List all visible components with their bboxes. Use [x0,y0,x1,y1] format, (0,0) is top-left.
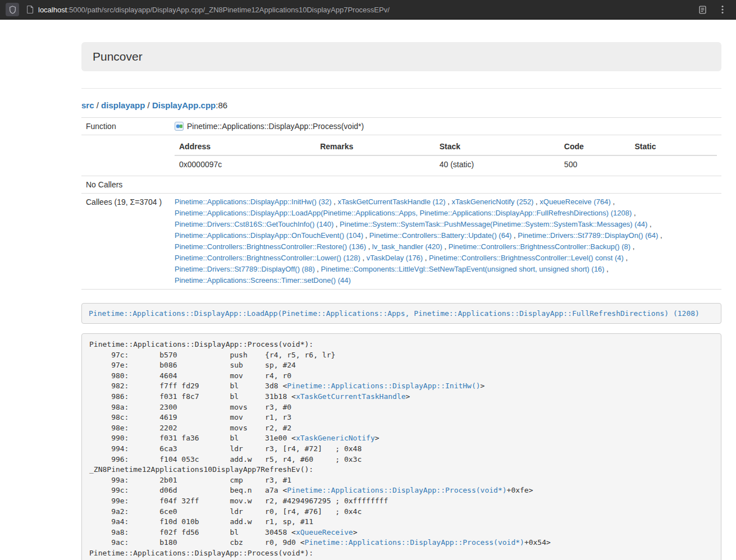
callee-link[interactable]: Pinetime::Drivers::Cst816S::GetTouchInfo… [175,220,333,228]
disassembly-symbol-link[interactable]: xTaskGenericNotify [296,434,375,442]
menu-button[interactable] [715,2,730,17]
callees-label: Callees (19, Σ=3704 ) [81,194,170,290]
table-row: 0x0000097c 40 (static) 500 [175,155,717,173]
tracking-protection-button[interactable] [6,3,19,16]
function-name-cell: Pinetime::Applications::DisplayApp::Proc… [170,118,721,135]
col-address: Address [175,138,316,155]
callee-link[interactable]: Pinetime::Applications::DisplayApp::Load… [175,209,632,217]
callee-link[interactable]: Pinetime::System::SystemTask::PushMessag… [340,220,647,228]
disassembly-symbol-link[interactable]: Pinetime::Applications::DisplayApp::Proc… [305,538,524,547]
callee-link[interactable]: xTaskGenericNotify (252) [452,198,534,206]
callee-link[interactable]: Pinetime::Controllers::BrightnessControl… [449,242,630,251]
callee-link[interactable]: Pinetime::Components::LittleVgl::SetNewT… [321,265,605,273]
page-icon[interactable] [27,6,34,13]
reader-mode-button[interactable] [694,2,710,17]
page-title: Puncover [93,50,710,63]
function-icon [175,122,184,131]
callee-link[interactable]: Pinetime::Controllers::BrightnessControl… [175,242,366,251]
callee-link[interactable]: Pinetime::Applications::DisplayApp::Init… [175,198,332,206]
divider [81,88,721,89]
callee-link[interactable]: Pinetime::Applications::Screens::Timer::… [175,276,351,284]
callee-link[interactable]: lv_task_handler (420) [372,242,442,251]
col-stack: Stack [435,138,560,155]
page-container: Puncover src / displayapp / DisplayApp.c… [81,42,721,560]
cell-address: 0x0000097c [175,155,316,173]
callee-link[interactable]: vTaskDelay (176) [367,254,423,262]
kebab-menu-icon [721,5,724,14]
stats-cell: Address Remarks Stack Code Static 0x0000… [170,135,721,176]
no-callers-row: No Callers [81,176,721,194]
col-remarks: Remarks [316,138,435,155]
col-static: Static [630,138,717,155]
breadcrumb-link[interactable]: DisplayApp.cpp [152,100,216,110]
stats-row: Address Remarks Stack Code Static 0x0000… [81,135,721,176]
callee-link[interactable]: xTaskGetCurrentTaskHandle (12) [337,198,445,206]
callees-cell: Pinetime::Applications::DisplayApp::Init… [170,194,721,290]
cell-code: 500 [560,155,630,173]
url-host: localhost [38,6,67,14]
disassembly-symbol-link[interactable]: xTaskGetCurrentTaskHandle [296,392,406,401]
function-table: Function Pinetime::Applications::Display… [81,117,721,290]
callee-link[interactable]: Pinetime::Controllers::BrightnessControl… [175,254,360,262]
function-name: Pinetime::Applications::DisplayApp::Proc… [187,122,364,131]
no-callers-label: No Callers [81,176,170,194]
disassembly-symbol-link[interactable]: Pinetime::Applications::DisplayApp::Proc… [287,486,506,494]
disassembly-pre: Pinetime::Applications::DisplayApp::Proc… [81,333,721,560]
cell-static [630,155,717,173]
callee-link[interactable]: Pinetime::Controllers::Battery::Update()… [369,231,512,240]
breadcrumb-link[interactable]: src [81,100,94,110]
reader-mode-icon [698,6,707,14]
function-row-label: Function [81,118,170,135]
jumbotron: Puncover [81,42,721,71]
highlighted-callee-box: Pinetime::Applications::DisplayApp::Load… [81,303,721,324]
cell-stack: 40 (static) [435,155,560,173]
col-code: Code [560,138,630,155]
callees-list: Pinetime::Applications::DisplayApp::Init… [175,196,717,286]
disassembly-symbol-link[interactable]: xQueueReceive [296,528,353,536]
no-callers-cell [170,176,721,194]
callees-row: Callees (19, Σ=3704 ) Pinetime::Applicat… [81,194,721,290]
function-row: Function Pinetime::Applications::Display… [81,118,721,135]
url-bar[interactable]: localhost:5000/path/src/displayapp/Displ… [24,2,690,17]
disassembly-symbol-link[interactable]: Pinetime::Applications::DisplayApp::Init… [287,382,480,390]
cell-remarks [316,155,435,173]
callee-link[interactable]: Pinetime::Applications::DisplayApp::OnTo… [175,231,363,240]
callee-link[interactable]: xQueueReceive (764) [540,198,610,206]
url-path: :5000/path/src/displayapp/DisplayApp.cpp… [67,6,390,14]
shield-icon [9,6,16,14]
stats-table: Address Remarks Stack Code Static 0x0000… [175,138,717,173]
url-text: localhost:5000/path/src/displayapp/Displ… [38,6,390,14]
breadcrumb-link[interactable]: displayapp [101,100,145,110]
callee-link[interactable]: Pinetime::Drivers::St7789::DisplayOff() … [175,265,315,273]
breadcrumb: src / displayapp / DisplayApp.cpp:86 [81,100,721,110]
browser-toolbar: localhost:5000/path/src/displayapp/Displ… [0,0,736,20]
callee-link[interactable]: Pinetime::Controllers::BrightnessControl… [429,254,624,262]
callee-link[interactable]: Pinetime::Drivers::St7789::DisplayOn() (… [518,231,658,240]
highlighted-callee-link[interactable]: Pinetime::Applications::DisplayApp::Load… [89,309,700,318]
